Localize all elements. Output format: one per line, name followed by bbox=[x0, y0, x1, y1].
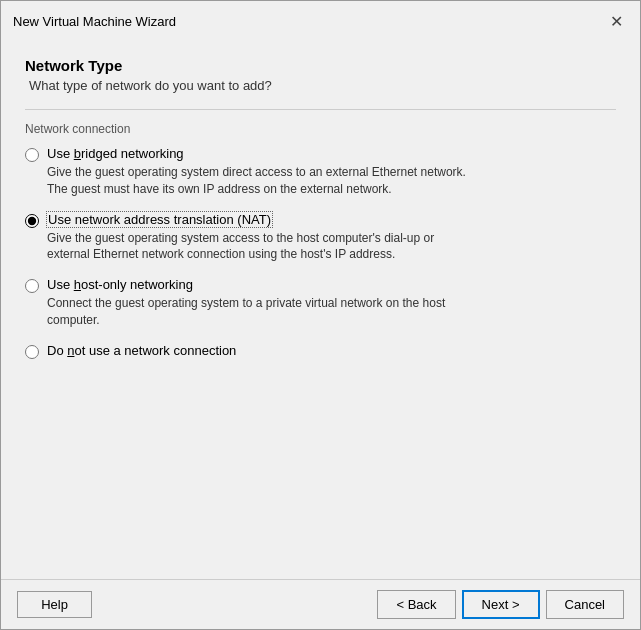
option-nat-desc: Give the guest operating system access t… bbox=[47, 230, 616, 264]
footer-right: < Back Next > Cancel bbox=[377, 590, 624, 619]
option-nat-label: Use network address translation (NAT) bbox=[47, 212, 272, 227]
back-button[interactable]: < Back bbox=[377, 590, 455, 619]
option-hostonly-desc: Connect the guest operating system to a … bbox=[47, 295, 616, 329]
options-area: Use bridged networking Give the guest op… bbox=[25, 146, 616, 563]
option-nat-group: Use network address translation (NAT) Gi… bbox=[25, 212, 616, 264]
radio-none[interactable] bbox=[25, 345, 39, 359]
option-none-row: Do not use a network connection bbox=[25, 343, 616, 359]
radio-nat[interactable] bbox=[25, 214, 39, 228]
option-hostonly-group: Use host-only networking Connect the gue… bbox=[25, 277, 616, 329]
radio-hostonly[interactable] bbox=[25, 279, 39, 293]
footer: Help < Back Next > Cancel bbox=[1, 580, 640, 629]
dialog-title: New Virtual Machine Wizard bbox=[13, 14, 176, 29]
title-bar: New Virtual Machine Wizard ✕ bbox=[1, 1, 640, 41]
radio-bridged[interactable] bbox=[25, 148, 39, 162]
help-button[interactable]: Help bbox=[17, 591, 92, 618]
next-button[interactable]: Next > bbox=[462, 590, 540, 619]
option-none-group: Do not use a network connection bbox=[25, 343, 616, 359]
dialog-window: New Virtual Machine Wizard ✕ Network Typ… bbox=[0, 0, 641, 630]
network-connection-label: Network connection bbox=[25, 122, 616, 136]
option-hostonly-row: Use host-only networking bbox=[25, 277, 616, 293]
content-area: Network Type What type of network do you… bbox=[1, 41, 640, 571]
cancel-button[interactable]: Cancel bbox=[546, 590, 624, 619]
option-none-label: Do not use a network connection bbox=[47, 343, 236, 358]
top-divider bbox=[25, 109, 616, 110]
close-button[interactable]: ✕ bbox=[604, 9, 628, 33]
footer-left: Help bbox=[17, 591, 92, 618]
page-subtitle: What type of network do you want to add? bbox=[25, 78, 616, 93]
option-bridged-label: Use bridged networking bbox=[47, 146, 184, 161]
page-title: Network Type bbox=[25, 57, 616, 74]
option-bridged-group: Use bridged networking Give the guest op… bbox=[25, 146, 616, 198]
option-bridged-desc: Give the guest operating system direct a… bbox=[47, 164, 616, 198]
option-nat-row: Use network address translation (NAT) bbox=[25, 212, 616, 228]
option-hostonly-label: Use host-only networking bbox=[47, 277, 193, 292]
option-bridged-row: Use bridged networking bbox=[25, 146, 616, 162]
